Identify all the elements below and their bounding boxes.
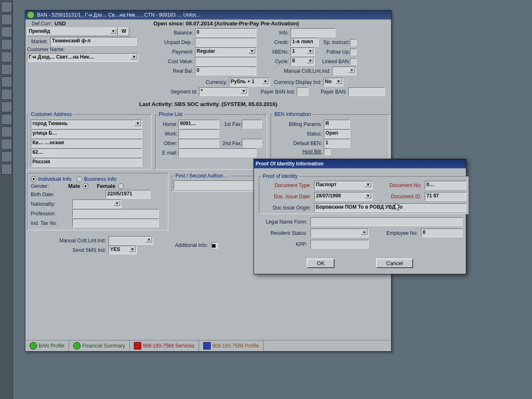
business-radio[interactable] — [76, 176, 82, 182]
tax-label: Ind. Tax No: — [31, 220, 68, 226]
hold-check[interactable] — [324, 148, 330, 155]
legal-value[interactable] — [310, 217, 463, 226]
toolbar-icon[interactable] — [1, 2, 12, 12]
work-label: Work: — [159, 131, 177, 137]
market-label: Market: — [27, 39, 48, 44]
email-label: E mail: — [159, 150, 177, 156]
doctype-select[interactable]: Паспорт — [314, 181, 372, 190]
person-icon — [30, 342, 37, 350]
docno-value[interactable]: 0… — [425, 181, 466, 190]
doctype-label: Document Type: — [261, 182, 311, 188]
addr-title: Customer Address — [29, 111, 74, 117]
toolbar-icon[interactable] — [1, 101, 12, 112]
toolbar-icon[interactable] — [1, 64, 12, 75]
customer-name-select[interactable]: Г-н Дзод… Свет…на Ник… — [27, 53, 138, 62]
titlebar[interactable]: BAN - 525915131/1 , Г-н Дзо… Св…на Ник… … — [25, 10, 391, 20]
w-button[interactable]: W — [118, 27, 129, 36]
custval-value — [195, 57, 256, 66]
toolbar-icon[interactable] — [1, 151, 12, 162]
sms-select[interactable]: YES — [108, 246, 137, 254]
issuedate-select[interactable]: 28/07/1998 — [314, 192, 372, 201]
docid-value[interactable]: 71 97 — [425, 192, 466, 201]
currency-select[interactable]: Рубль + 1 — [229, 78, 270, 86]
addr-line1[interactable]: город Тюмень — [31, 120, 142, 128]
prof-value[interactable] — [72, 209, 159, 218]
segment-select[interactable]: * — [199, 87, 248, 96]
other-value[interactable] — [178, 139, 219, 148]
fax2-label: 2nd Fax: — [219, 140, 242, 146]
birth-value[interactable]: 22/05/1971 — [106, 190, 150, 199]
tab-services[interactable]: 909-183-7568 Services — [130, 340, 199, 351]
toolbar-icon[interactable] — [1, 164, 12, 175]
emp-label: Employee No: — [372, 230, 418, 236]
linkedban-label: Linked BAN: — [315, 59, 350, 64]
toolbar-icon[interactable] — [1, 52, 12, 62]
bens-label: #BENs: — [268, 49, 289, 55]
origin-label: Doc Issue Origin: — [261, 205, 311, 211]
phone-icon — [134, 342, 141, 350]
manualcrdt-select[interactable] — [332, 66, 356, 75]
segment-label: Segment Id: — [123, 89, 197, 95]
payment-select[interactable]: Regular — [195, 47, 256, 56]
resident-select[interactable] — [310, 229, 369, 237]
cancel-button[interactable]: Cancel — [376, 259, 413, 268]
defben-value: 1 — [324, 139, 350, 148]
status-label: Status: — [274, 131, 322, 137]
individual-radio[interactable] — [31, 176, 37, 182]
credit-label: Credit: — [268, 39, 289, 45]
addr-line4: 62… — [31, 148, 142, 157]
fax2-value[interactable] — [242, 139, 262, 148]
toolbar-icon[interactable] — [1, 39, 12, 50]
cycle-select[interactable]: 8 — [291, 57, 315, 66]
tab-ban-profile[interactable]: BAN Profile — [25, 340, 69, 351]
unpaid-label: Unpaid Dep.: — [152, 39, 193, 45]
male-radio[interactable] — [83, 183, 89, 189]
tab-1-label: BAN Profile — [39, 343, 64, 349]
addinfo-check[interactable]: ◼ — [211, 242, 218, 249]
realbal-label: Real Bal: — [152, 68, 193, 74]
linkedban-check[interactable] — [350, 58, 357, 65]
nat-select[interactable] — [72, 200, 121, 208]
toolbar-icon[interactable] — [1, 14, 12, 25]
emp-value[interactable]: 0 — [421, 229, 463, 237]
toolbar-icon[interactable] — [1, 76, 12, 87]
birth-label: Birth Date: — [31, 192, 68, 197]
dialog-title: Proof Of Identity Information — [256, 159, 323, 168]
payerban-label: Payer BAN: — [321, 89, 347, 95]
toolbar-icon[interactable] — [1, 27, 12, 37]
tab-financial[interactable]: Financial Summary — [69, 340, 130, 351]
payerbanind-value — [297, 87, 308, 96]
dialog-titlebar[interactable]: Proof Of Identity Information — [254, 159, 466, 168]
defben-label: Default BEN: — [274, 140, 322, 146]
window-icon — [27, 11, 34, 19]
toolbar-icon[interactable] — [1, 114, 12, 125]
fax1-value[interactable] — [242, 120, 262, 128]
tax-value[interactable] — [72, 219, 159, 227]
origin-value[interactable]: Боровским ПОМ То в РОВД УВД То — [314, 203, 466, 212]
issuedate-label: Doc. Issue Date: — [261, 194, 311, 200]
email-value[interactable] — [178, 148, 256, 157]
female-radio[interactable] — [118, 183, 124, 189]
poi-group-title: Proof of Identity — [261, 173, 299, 179]
phone-title: Phone List — [157, 111, 184, 117]
billing-value: R — [324, 120, 350, 128]
bens-select[interactable]: 1 — [291, 47, 315, 56]
plan-select[interactable]: Препейд — [27, 27, 118, 36]
gender-label: Gender: — [31, 183, 60, 189]
kpp-value[interactable] — [310, 240, 369, 249]
hold-label[interactable]: Hold Bill: — [274, 149, 322, 155]
other-label: Other: — [159, 140, 177, 146]
currdisp-select[interactable]: No — [323, 78, 343, 86]
toolbar-icon[interactable] — [1, 139, 12, 150]
manualcrdt2-select[interactable] — [108, 236, 153, 245]
balance-label: Balance: — [152, 30, 193, 36]
ben-title: BEN Information — [273, 111, 313, 117]
toolbar-icon[interactable] — [1, 89, 12, 100]
work-value[interactable] — [178, 129, 219, 138]
prof-label: Profession: — [31, 211, 68, 217]
spinstruct-check[interactable] — [350, 39, 357, 46]
toolbar-icon[interactable] — [1, 126, 12, 137]
followup-check[interactable] — [350, 49, 357, 55]
ok-button[interactable]: OK — [307, 259, 335, 268]
tab-profile[interactable]: 909-183-7568 Profile — [199, 340, 264, 351]
